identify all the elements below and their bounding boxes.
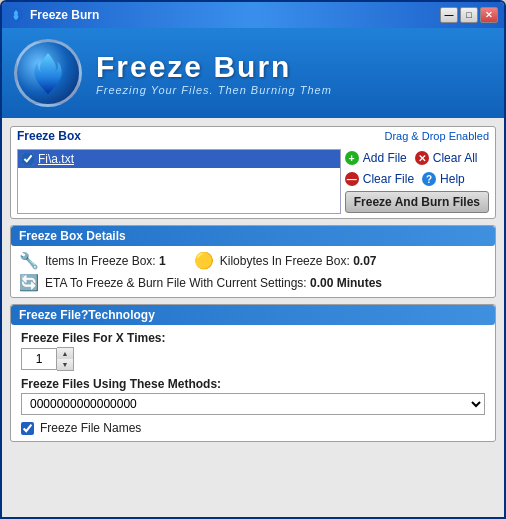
clear-file-button[interactable]: — Clear File — [345, 170, 414, 188]
details-body: 🔧 Items In Freeze Box: 1 🟡 Kilobytes In … — [11, 246, 495, 297]
details-section: Freeze Box Details 🔧 Items In Freeze Box… — [10, 225, 496, 298]
freeze-names-checkbox[interactable] — [21, 422, 34, 435]
times-field: Freeze Files For X Times: ▲ ▼ — [21, 331, 485, 371]
app-title: Freeze Burn — [96, 50, 332, 84]
title-bar-left: Freeze Burn — [8, 7, 99, 23]
details-header: Freeze Box Details — [11, 226, 495, 246]
app-title-block: Freeze Burn Freezing Your Files. Then Bu… — [96, 50, 332, 96]
file-list[interactable]: Fi\a.txt — [17, 149, 341, 214]
items-icon: 🔧 — [19, 251, 37, 270]
flame-icon — [28, 51, 68, 96]
tech-body: Freeze Files For X Times: ▲ ▼ Freeze Fil… — [11, 325, 495, 441]
title-bar: Freeze Burn — □ ✕ — [2, 2, 504, 28]
file-name: Fi\a.txt — [38, 152, 74, 166]
eta-value: 0.00 Minutes — [310, 276, 382, 290]
methods-label: Freeze Files Using These Methods: — [21, 377, 485, 391]
times-input[interactable] — [21, 348, 57, 370]
file-list-item[interactable]: Fi\a.txt — [18, 150, 340, 168]
freeze-box-actions: + Add File ✕ Clear All — Clear File — [345, 149, 489, 214]
tech-header: Freeze File?Technology — [11, 305, 495, 325]
app-window: Freeze Burn — □ ✕ Freeze Burn — [0, 0, 506, 519]
drag-drop-label: Drag & Drop Enabled — [384, 130, 489, 142]
freeze-names-row: Freeze File Names — [21, 421, 485, 435]
file-checkbox[interactable] — [22, 153, 34, 165]
items-value: 1 — [159, 254, 166, 268]
title-bar-controls: — □ ✕ — [440, 7, 498, 23]
help-icon: ? — [422, 172, 436, 186]
freeze-burn-button[interactable]: Freeze And Burn Files — [345, 191, 489, 213]
kb-label: Kilobytes In Freeze Box: 0.07 — [220, 254, 377, 268]
spinner-buttons: ▲ ▼ — [57, 347, 74, 371]
add-icon: + — [345, 151, 359, 165]
spinner-up-button[interactable]: ▲ — [57, 348, 73, 359]
app-logo — [14, 39, 82, 107]
actions-row-2: — Clear File ? Help — [345, 170, 489, 188]
clear-all-icon: ✕ — [415, 151, 429, 165]
freeze-burn-label: Freeze And Burn Files — [354, 195, 480, 209]
items-label: Items In Freeze Box: 1 — [45, 254, 166, 268]
freeze-box-title: Freeze Box — [17, 129, 81, 143]
help-label: Help — [440, 172, 465, 186]
tech-section: Freeze File?Technology Freeze Files For … — [10, 304, 496, 442]
app-subtitle: Freezing Your Files. Then Burning Them — [96, 84, 332, 96]
maximize-button[interactable]: □ — [460, 7, 478, 23]
clear-file-icon: — — [345, 172, 359, 186]
help-button[interactable]: ? Help — [422, 170, 465, 188]
freeze-box-header-row: Freeze Box Drag & Drop Enabled — [11, 127, 495, 145]
kb-icon: 🟡 — [194, 251, 212, 270]
methods-field: Freeze Files Using These Methods: 000000… — [21, 377, 485, 415]
spinner-down-button[interactable]: ▼ — [57, 359, 73, 370]
details-row-1: 🔧 Items In Freeze Box: 1 🟡 Kilobytes In … — [19, 251, 487, 270]
minimize-button[interactable]: — — [440, 7, 458, 23]
clear-file-label: Clear File — [363, 172, 414, 186]
freeze-box-body: Fi\a.txt + Add File ✕ Clear All — [11, 145, 495, 218]
freeze-names-label: Freeze File Names — [40, 421, 141, 435]
method-select[interactable]: 0000000000000000 — [21, 393, 485, 415]
actions-row-1: + Add File ✕ Clear All — [345, 149, 489, 167]
details-row-2: 🔄 ETA To Freeze & Burn File With Current… — [19, 273, 487, 292]
kb-value: 0.07 — [353, 254, 376, 268]
main-content: Freeze Box Drag & Drop Enabled Fi\a.txt … — [2, 118, 504, 517]
freeze-box-section: Freeze Box Drag & Drop Enabled Fi\a.txt … — [10, 126, 496, 219]
eta-label: ETA To Freeze & Burn File With Current S… — [45, 276, 382, 290]
add-file-label: Add File — [363, 151, 407, 165]
title-bar-icon — [8, 7, 24, 23]
clear-all-button[interactable]: ✕ Clear All — [415, 149, 478, 167]
times-spinner: ▲ ▼ — [21, 347, 485, 371]
times-label: Freeze Files For X Times: — [21, 331, 485, 345]
close-button[interactable]: ✕ — [480, 7, 498, 23]
title-bar-text: Freeze Burn — [30, 8, 99, 22]
app-header: Freeze Burn Freezing Your Files. Then Bu… — [2, 28, 504, 118]
clear-all-label: Clear All — [433, 151, 478, 165]
add-file-button[interactable]: + Add File — [345, 149, 407, 167]
eta-icon: 🔄 — [19, 273, 37, 292]
